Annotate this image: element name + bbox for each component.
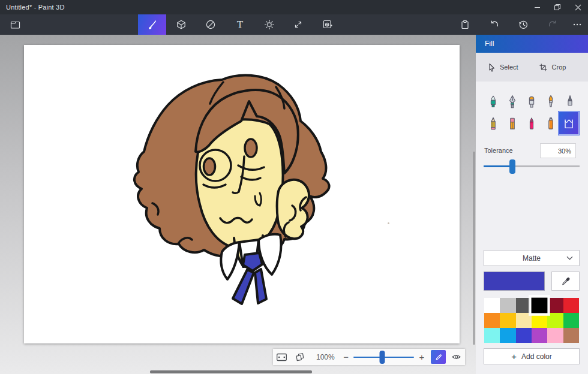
zoom-slider[interactable] [353, 357, 414, 358]
brush-tool-watercolor[interactable] [541, 91, 560, 113]
sun-icon [264, 19, 275, 30]
zoom-level: 100% [308, 353, 338, 361]
crop-icon [539, 63, 548, 72]
panel-scrollbar[interactable] [473, 152, 475, 345]
paste-button[interactable] [453, 14, 477, 35]
color-swatch[interactable] [516, 313, 532, 328]
tab-canvas[interactable] [286, 14, 310, 35]
brush-tool-pencil[interactable] [484, 113, 503, 135]
color-swatch[interactable] [484, 328, 500, 343]
more-icon [572, 19, 583, 30]
watercolor-icon [544, 94, 557, 110]
left-iris [204, 158, 215, 175]
finish-dropdown[interactable]: Matte [484, 250, 580, 266]
color-swatch[interactable] [563, 313, 579, 328]
restore-button[interactable] [547, 0, 568, 14]
panel-header: Fill [476, 35, 588, 53]
sticker-icon [205, 19, 216, 30]
horizontal-scrollbar[interactable] [150, 370, 312, 373]
zoom-in-button[interactable]: + [414, 352, 430, 362]
color-swatch[interactable] [532, 328, 547, 343]
select-button[interactable]: Select [488, 63, 518, 72]
tab-stickers[interactable] [199, 14, 223, 35]
brush-tool-spray[interactable] [541, 113, 560, 135]
color-swatch[interactable] [547, 313, 563, 328]
more-options-button[interactable] [565, 14, 588, 35]
stray-paint-dot [388, 222, 389, 224]
tolerance-slider[interactable] [484, 165, 580, 167]
color-swatch[interactable] [500, 298, 515, 313]
pointer-icon [488, 63, 496, 72]
undo-button[interactable] [482, 14, 506, 35]
restore-icon [554, 4, 561, 11]
color-swatch[interactable] [563, 328, 579, 343]
tolerance-value: 30% [558, 147, 575, 155]
brush-tool-oil[interactable] [522, 91, 541, 113]
minimize-button[interactable] [527, 0, 547, 14]
crayon-icon [525, 116, 538, 132]
tolerance-slider-thumb[interactable] [509, 159, 515, 174]
brush-icon [146, 19, 158, 31]
color-swatch[interactable] [547, 298, 563, 313]
redo-icon [547, 19, 558, 30]
tolerance-label: Tolerance [484, 147, 513, 154]
tab-text[interactable]: T [228, 14, 252, 35]
view-mode-toggle[interactable] [447, 353, 465, 361]
fit-to-view-button[interactable] [273, 352, 291, 362]
brush-tool-crayon[interactable] [522, 113, 541, 135]
cube-icon [176, 19, 187, 30]
window-controls [527, 0, 588, 14]
history-button[interactable] [511, 14, 535, 35]
brush-tool-calligraphy[interactable] [503, 91, 522, 113]
crop-button[interactable]: Crop [539, 63, 566, 72]
brush-tool-fill[interactable] [559, 111, 579, 135]
tab-effects[interactable] [257, 14, 281, 35]
color-swatch[interactable] [500, 313, 515, 328]
finish-value: Matte [523, 254, 541, 263]
color-swatch[interactable] [484, 298, 500, 313]
brush-tool-eraser[interactable] [503, 113, 522, 135]
fit-screen-icon [276, 352, 287, 362]
tab-3d-library[interactable] [316, 14, 340, 35]
color-swatch[interactable] [530, 297, 548, 314]
chevron-down-icon [566, 256, 573, 260]
color-swatch[interactable] [563, 298, 579, 313]
color-swatch[interactable] [547, 328, 563, 343]
color-swatch[interactable] [516, 298, 532, 313]
tab-3d-shapes[interactable] [169, 14, 193, 35]
marker-icon [487, 94, 500, 110]
menu-icon [10, 20, 20, 29]
brush-tool-pixel-pen[interactable] [560, 91, 580, 113]
brush-tool-marker[interactable] [484, 91, 503, 113]
redo-button[interactable] [541, 14, 565, 35]
fill-bucket-icon [562, 116, 576, 131]
close-button[interactable] [568, 0, 588, 14]
multi-view-button[interactable] [291, 352, 309, 362]
zoom-out-button[interactable]: − [338, 352, 354, 362]
resize-icon [293, 19, 304, 30]
pencil-tool-icon [487, 116, 500, 132]
eyedropper-button[interactable] [551, 272, 580, 291]
drawing-canvas[interactable] [24, 45, 460, 343]
zoom-slider-thumb[interactable] [379, 351, 385, 364]
history-icon [518, 19, 529, 30]
color-swatch[interactable] [532, 313, 547, 328]
draw-mode-toggle[interactable] [431, 350, 446, 364]
workspace: 100% − + [0, 35, 476, 374]
pencil-icon [434, 353, 443, 361]
color-swatch[interactable] [516, 328, 532, 343]
select-label: Select [500, 64, 518, 71]
current-color-swatch[interactable] [484, 272, 545, 291]
library-icon [322, 19, 333, 30]
tie-tail-left [233, 270, 254, 304]
pixel-pen-icon [563, 94, 577, 110]
expand-menu-button[interactable] [3, 14, 27, 35]
pages-icon [295, 352, 305, 362]
tab-brushes[interactable] [138, 14, 166, 35]
color-swatch[interactable] [500, 328, 515, 343]
oil-brush-icon [525, 94, 538, 110]
color-swatch[interactable] [484, 313, 500, 328]
tolerance-slider-fill [484, 165, 512, 167]
add-color-button[interactable]: + Add color [484, 348, 580, 364]
tolerance-input[interactable]: 30% [540, 143, 576, 158]
